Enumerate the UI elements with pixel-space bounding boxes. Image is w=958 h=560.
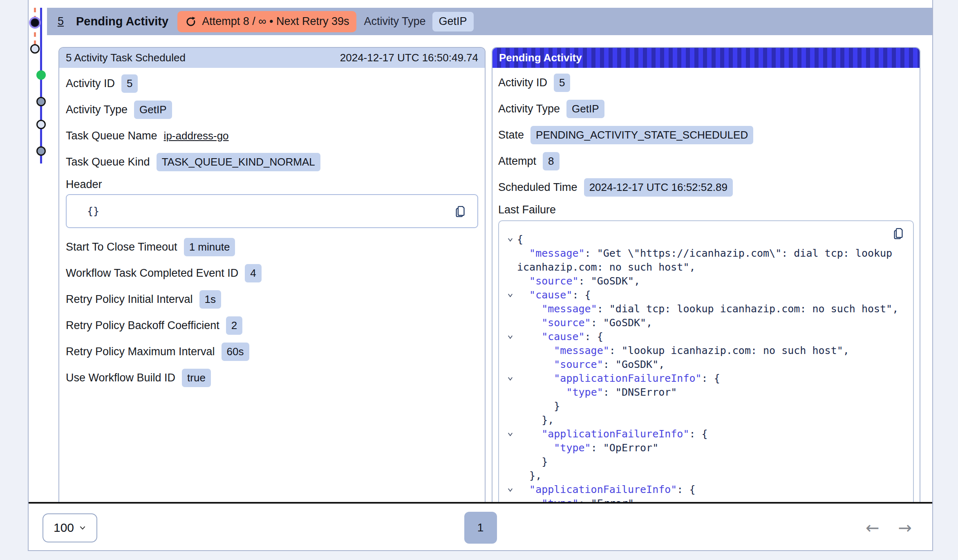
field-value-badge: true bbox=[182, 369, 211, 387]
field-value-badge: 5 bbox=[121, 74, 138, 93]
field-value-badge: 60s bbox=[222, 343, 249, 361]
events-panel: 5 Pending Activity Attempt 8 / ∞ • Next … bbox=[28, 0, 933, 551]
field-row: Retry Policy Maximum Interval60s bbox=[66, 342, 478, 361]
code-line: "message": "Get \"https://icanhazip.com\… bbox=[517, 246, 905, 274]
field-value-badge: 2024-12-17 UTC 16:52:52.89 bbox=[584, 178, 733, 197]
collapse-chevron-icon[interactable] bbox=[507, 334, 514, 340]
code-line: "type": "DNSError" bbox=[517, 385, 905, 399]
event-header-bar: 5 Pending Activity Attempt 8 / ∞ • Next … bbox=[47, 8, 932, 35]
field-label: Scheduled Time bbox=[498, 181, 577, 194]
field-value-badge: GetIP bbox=[566, 100, 604, 118]
code-line: "cause": { bbox=[517, 288, 905, 302]
pagination-bar: 100 1 ← → bbox=[29, 505, 932, 550]
page-size-value: 100 bbox=[54, 521, 74, 535]
page-size-select[interactable]: 100 bbox=[43, 513, 97, 542]
code-line: "source": "GoSDK", bbox=[517, 316, 905, 330]
code-line: "message": "dial tcp: lookup icanhazip.c… bbox=[517, 302, 905, 316]
copy-icon bbox=[454, 213, 468, 220]
field-label: Attempt bbox=[498, 155, 536, 168]
collapse-chevron-icon[interactable] bbox=[507, 486, 514, 493]
field-value-badge: PENDING_ACTIVITY_STATE_SCHEDULED bbox=[530, 126, 753, 144]
field-value-link[interactable]: ip-address-go bbox=[164, 130, 229, 142]
field-label: Retry Policy Maximum Interval bbox=[66, 345, 215, 358]
collapse-chevron-icon[interactable] bbox=[507, 431, 514, 438]
field-row: StatePENDING_ACTIVITY_STATE_SCHEDULED bbox=[498, 125, 914, 145]
timeline-dot-current[interactable] bbox=[31, 18, 39, 27]
code-line: "message": "lookup icanhazip.com: no suc… bbox=[517, 344, 905, 358]
collapse-chevron-icon[interactable] bbox=[507, 236, 514, 243]
code-line: "cause": { bbox=[517, 330, 905, 344]
field-row: Retry Policy Backoff Coefficient2 bbox=[66, 316, 478, 335]
field-value-badge: 1 minute bbox=[184, 238, 235, 256]
field-row: Retry Policy Initial Interval1s bbox=[66, 289, 478, 309]
collapse-chevron-icon[interactable] bbox=[507, 292, 514, 299]
code-line: "applicationFailureInfo": { bbox=[517, 483, 905, 497]
retry-icon bbox=[185, 16, 197, 28]
field-row: Activity TypeGetIP bbox=[66, 100, 478, 119]
field-label: Start To Close Timeout bbox=[66, 241, 177, 253]
header-code-value: {} bbox=[87, 205, 99, 217]
field-label: Activity Type bbox=[498, 103, 560, 115]
event-card-timestamp: 2024-12-17 UTC 16:50:49.74 bbox=[340, 52, 478, 64]
field-value-badge: 1s bbox=[199, 290, 221, 309]
event-card-title: 5 Activity Task Scheduled bbox=[66, 52, 186, 64]
code-line: "applicationFailureInfo": { bbox=[517, 372, 905, 385]
field-row: Activity ID5 bbox=[498, 73, 914, 92]
field-value-badge: 5 bbox=[554, 74, 570, 92]
field-value-badge: 2 bbox=[226, 316, 242, 335]
code-line: { bbox=[517, 233, 905, 246]
field-row: Start To Close Timeout1 minute bbox=[66, 237, 478, 257]
code-line: "type": "OpError" bbox=[517, 441, 905, 455]
header-code-box: {} bbox=[66, 194, 478, 228]
page-number-button[interactable]: 1 bbox=[464, 512, 497, 544]
last-failure-code-box: { "message": "Get \"https://icanhazip.co… bbox=[498, 220, 914, 504]
field-row: Task Queue KindTASK_QUEUE_KIND_NORMAL bbox=[66, 152, 478, 172]
activity-type-label: Activity Type bbox=[364, 15, 425, 28]
field-label: Task Queue Name bbox=[66, 130, 157, 142]
event-detail-area: 5 Activity Task Scheduled 2024-12-17 UTC… bbox=[29, 35, 932, 504]
field-label: Retry Policy Backoff Coefficient bbox=[66, 319, 219, 332]
arrow-right-icon: → bbox=[898, 518, 912, 537]
field-row: Scheduled Time2024-12-17 UTC 16:52:52.89 bbox=[498, 177, 914, 197]
field-label: Activity ID bbox=[66, 77, 115, 90]
copy-icon bbox=[892, 235, 906, 242]
code-line: } bbox=[517, 455, 905, 469]
pending-card-header: Pending Activity bbox=[492, 48, 920, 68]
field-label: Workflow Task Completed Event ID bbox=[66, 267, 238, 280]
field-row: Task Queue Nameip-address-go bbox=[66, 126, 478, 146]
code-line: "source": "GoSDK", bbox=[517, 358, 905, 372]
copy-button[interactable] bbox=[454, 205, 468, 218]
collapse-chevron-icon[interactable] bbox=[507, 375, 514, 382]
pending-activity-card: Pending Activity Activity ID5Activity Ty… bbox=[492, 47, 920, 504]
field-value-badge: TASK_QUEUE_KIND_NORMAL bbox=[157, 153, 320, 171]
retry-status-badge: Attempt 8 / ∞ • Next Retry 39s bbox=[177, 11, 356, 32]
field-label: Use Workflow Build ID bbox=[66, 372, 175, 384]
field-value-badge: 8 bbox=[543, 152, 559, 170]
code-copy-button[interactable] bbox=[892, 227, 906, 240]
field-label: State bbox=[498, 129, 524, 141]
field-value-badge: 4 bbox=[245, 264, 261, 282]
prev-page-button[interactable]: ← bbox=[866, 520, 880, 536]
last-failure-label: Last Failure bbox=[498, 204, 914, 216]
next-page-button[interactable]: → bbox=[898, 520, 912, 536]
code-line: "type": "Error" bbox=[517, 497, 905, 504]
retry-badge-label: Attempt 8 / ∞ • Next Retry 39s bbox=[202, 15, 349, 28]
pending-card-title: Pending Activity bbox=[499, 52, 582, 64]
field-label: Task Queue Kind bbox=[66, 156, 150, 168]
code-line: "source": "GoSDK", bbox=[517, 274, 905, 288]
field-row: Activity TypeGetIP bbox=[498, 99, 914, 119]
code-line: }, bbox=[517, 469, 905, 483]
code-line: } bbox=[517, 399, 905, 413]
header-section-label: Header bbox=[66, 178, 478, 191]
field-label: Activity Type bbox=[66, 103, 128, 116]
field-row: Attempt8 bbox=[498, 151, 914, 171]
field-row: Activity ID5 bbox=[66, 74, 478, 93]
field-value-badge: GetIP bbox=[134, 101, 172, 119]
arrow-left-icon: ← bbox=[866, 518, 880, 537]
event-id-link[interactable]: 5 bbox=[58, 15, 64, 28]
event-card-header: 5 Activity Task Scheduled 2024-12-17 UTC… bbox=[59, 48, 485, 68]
code-line: "applicationFailureInfo": { bbox=[517, 427, 905, 441]
event-card: 5 Activity Task Scheduled 2024-12-17 UTC… bbox=[58, 47, 486, 504]
page-title: Pending Activity bbox=[76, 15, 168, 28]
field-row: Workflow Task Completed Event ID4 bbox=[66, 263, 478, 283]
